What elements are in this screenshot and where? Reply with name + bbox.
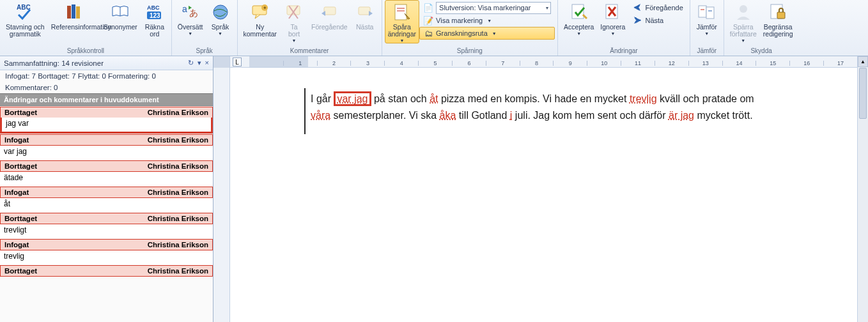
revision-header[interactable]: Borttaget Christina Erikson — [0, 107, 213, 118]
new-comment-icon: ✦ — [250, 2, 270, 22]
scroll-thumb[interactable] — [859, 68, 867, 119]
revision-header[interactable]: Infogat Christina Erikson — [0, 239, 213, 250]
revision-text[interactable]: ätade — [0, 172, 213, 186]
open-book-icon — [110, 2, 130, 22]
svg-text:123: 123 — [150, 12, 160, 19]
block-authors-icon — [733, 2, 754, 22]
next-change-button[interactable]: ⮞ Nästa — [628, 14, 686, 27]
close-icon[interactable]: × — [205, 59, 209, 67]
thesaurus-button[interactable]: Synonymer — [100, 0, 141, 43]
dropdown-icon: ▼ — [741, 38, 745, 43]
track-changes-button[interactable]: Spåra ändringar ▼ — [385, 0, 419, 43]
tab-selector[interactable]: L — [233, 57, 242, 66]
svg-text:ABC: ABC — [17, 4, 31, 11]
doc-text-fragment: kväll och pratade om — [657, 93, 754, 104]
document-text[interactable]: I går var jag på stan och åt pizza med e… — [311, 91, 844, 123]
svg-rect-2 — [72, 4, 75, 19]
caret-icon[interactable]: ▾ — [198, 59, 201, 67]
revision-header[interactable]: Borttaget Christina Erikson — [0, 265, 213, 277]
tracking-options-stack: 📄 Slutversion: Visa markeringar 📝 Visa m… — [419, 0, 555, 43]
group-label-kommentarer: Kommentarer — [238, 47, 382, 54]
next-change-label: Nästa — [645, 17, 663, 24]
group-sprakkontroll: ABC Stavning och grammatik Referensinfor… — [0, 0, 172, 56]
prev-change-label: Föregående — [645, 4, 683, 12]
horizontal-ruler[interactable]: L 1234567891011121314151617 — [230, 56, 857, 68]
svg-rect-26 — [699, 6, 706, 17]
globe-icon — [210, 2, 231, 22]
svg-rect-17 — [324, 7, 336, 15]
dropdown-icon: ▼ — [487, 19, 492, 23]
group-label-sprak: Språk — [172, 47, 237, 54]
reviewing-pane-stats: Infogat: 7 Borttaget: 7 Flyttat: 0 Forma… — [0, 70, 213, 82]
revision-header[interactable]: Borttaget Christina Erikson — [0, 213, 213, 224]
block-authors-label: Spärra författare — [730, 24, 757, 38]
translate-button[interactable]: aあ Översätt ▼ — [174, 0, 206, 43]
revision-header[interactable]: Borttaget Christina Erikson — [0, 160, 213, 172]
svg-point-30 — [740, 5, 747, 13]
block-authors-button: Spärra författare ▼ — [727, 0, 760, 43]
page-surface[interactable]: I går var jag på stan och åt pizza med e… — [230, 68, 857, 322]
reject-button[interactable]: Ignorera ▼ — [597, 0, 628, 43]
display-for-review-dropdown[interactable]: 📄 Slutversion: Visa markeringar — [419, 1, 555, 14]
track-changes-icon — [392, 2, 412, 22]
revision-type: Infogat — [4, 136, 29, 144]
wordcount-button[interactable]: ABC123 Räkna ord — [141, 0, 169, 43]
revision-text[interactable]: var jag — [0, 146, 213, 160]
spelling-label: Stavning och grammatik — [6, 24, 45, 38]
spelling-button[interactable]: ABC Stavning och grammatik — [3, 0, 48, 43]
research-button[interactable]: Referensinformation — [48, 0, 100, 43]
revision-type: Borttaget — [4, 162, 37, 170]
research-label: Referensinformation — [51, 24, 97, 31]
next-comment-label: Nästa — [356, 24, 373, 31]
reviewing-pane-header: Sammanfattning: 14 revisioner ↻ ▾ × — [0, 56, 213, 70]
doc-insertion: åt — [430, 93, 438, 104]
accept-button[interactable]: Acceptera ▼ — [561, 0, 597, 43]
svg-rect-27 — [706, 7, 714, 19]
reviewing-pane-dropdown[interactable]: 🗂 Granskningsruta ▼ — [419, 27, 555, 40]
revision-text[interactable]: åt — [0, 198, 213, 212]
reject-label: Ignorera — [600, 24, 625, 31]
doc-text-fragment: juli. Jag kom hem sent och därför — [512, 110, 669, 121]
ribbon: ABC Stavning och grammatik Referensinfor… — [0, 0, 868, 56]
revision-text[interactable]: jag var — [0, 118, 213, 134]
restrict-editing-icon — [768, 2, 788, 22]
dropdown-icon: ▼ — [704, 31, 709, 36]
group-label-jamfor: Jämför — [690, 47, 724, 54]
prev-comment-button: Föregående — [308, 0, 351, 43]
group-skydda: Spärra författare ▼ Begränsa redigering … — [724, 0, 799, 56]
revision-text[interactable]: trevlig — [0, 250, 213, 264]
doc-insertion: åka — [440, 110, 456, 121]
show-markup-dropdown[interactable]: 📝 Visa markering ▼ — [419, 14, 555, 27]
delete-comment-button: Ta bort ▼ — [280, 0, 308, 43]
dropdown-icon: ▼ — [399, 38, 404, 43]
refresh-icon[interactable]: ↻ — [188, 59, 194, 67]
revision-text[interactable]: trevligt — [0, 224, 213, 238]
revision-type: Infogat — [4, 241, 29, 249]
scroll-up-button[interactable]: ▲ — [858, 56, 868, 67]
revision-type: Borttaget — [4, 267, 37, 275]
prev-comment-label: Föregående — [311, 24, 348, 31]
new-comment-label: Ny kommentar — [244, 24, 277, 38]
prev-change-button[interactable]: ⮜ Föregående — [628, 1, 686, 14]
group-label-skydda: Skydda — [724, 47, 799, 54]
language-button[interactable]: Språk ▼ — [206, 0, 235, 43]
compare-button[interactable]: Jämför ▼ — [693, 0, 721, 43]
svg-rect-3 — [76, 6, 80, 19]
vertical-ruler[interactable] — [213, 56, 230, 322]
revision-author: Christina Erikson — [148, 188, 208, 196]
reviewing-pane-summary: Sammanfattning: 14 revisioner — [4, 59, 104, 67]
group-label-sparning: Spårning — [382, 47, 557, 54]
doc-text-fragment: I går — [311, 93, 334, 104]
display-for-review-select[interactable]: Slutversion: Visa markeringar — [436, 2, 551, 14]
vertical-scrollbar[interactable]: ▲ — [857, 56, 868, 322]
delete-comment-icon — [284, 2, 304, 22]
doc-text-fragment: till Gotland — [456, 110, 509, 121]
svg-text:あ: あ — [189, 8, 198, 18]
new-comment-button[interactable]: ✦ Ny kommentar — [240, 0, 281, 43]
restrict-editing-button[interactable]: Begränsa redigering — [760, 0, 796, 43]
document-column: L 1234567891011121314151617 I går var ja… — [230, 56, 857, 322]
show-markup-label: Visa markering — [436, 17, 483, 24]
revision-header[interactable]: Infogat Christina Erikson — [0, 187, 213, 198]
reviewing-pane-comments: Kommentarer: 0 — [0, 82, 213, 93]
revision-header[interactable]: Infogat Christina Erikson — [0, 134, 213, 146]
